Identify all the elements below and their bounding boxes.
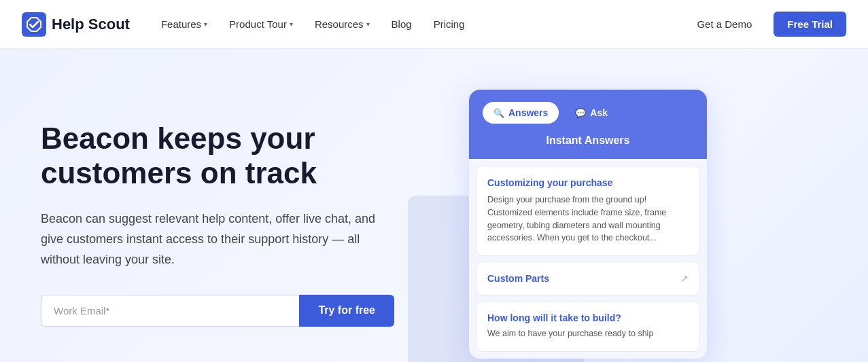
email-input[interactable] [41, 295, 299, 327]
beacon-card-3-title: How long will it take to build? [487, 312, 689, 323]
nav-product-tour[interactable]: Product Tour ▾ [220, 13, 302, 35]
hero-subtitle: Beacon can suggest relevant help content… [41, 209, 394, 270]
beacon-card-2[interactable]: Custom Parts ↗ [476, 261, 700, 295]
nav-links: Features ▾ Product Tour ▾ Resources ▾ Bl… [152, 13, 687, 35]
nav-actions: Get a Demo Free Trial [686, 12, 846, 37]
external-link-icon: ↗ [680, 273, 689, 284]
beacon-tabs: 🔍 Answers 💬 Ask [469, 90, 707, 124]
navbar: Help Scout Features ▾ Product Tour ▾ Res… [0, 0, 868, 49]
beacon-card-1-title: Customizing your purchase [487, 177, 689, 188]
hero-left: Beacon keeps your customers on track Bea… [41, 122, 421, 326]
nav-resources[interactable]: Resources ▾ [305, 13, 379, 35]
try-for-free-button[interactable]: Try for free [299, 295, 394, 327]
beacon-card-3[interactable]: How long will it take to build? We aim t… [476, 301, 700, 352]
resources-chevron-icon: ▾ [366, 20, 370, 28]
beacon-widget: 🔍 Answers 💬 Ask Instant Answers Customiz… [469, 90, 707, 359]
hero-cta-form: Try for free [41, 295, 394, 327]
nav-pricing[interactable]: Pricing [424, 13, 474, 35]
svg-rect-0 [22, 12, 46, 37]
get-demo-button[interactable]: Get a Demo [686, 13, 763, 35]
beacon-header-title: Instant Answers [469, 124, 707, 159]
brand-name: Help Scout [52, 16, 130, 33]
beacon-card-3-text: We aim to have your purchase ready to sh… [487, 327, 689, 340]
logo-icon [22, 12, 46, 37]
beacon-tab-ask[interactable]: 💬 Ask [564, 102, 619, 124]
beacon-header: 🔍 Answers 💬 Ask Instant Answers [469, 90, 707, 159]
features-chevron-icon: ▾ [204, 20, 207, 28]
beacon-card-1[interactable]: Customizing your purchase Design your pu… [476, 166, 700, 256]
beacon-body: Customizing your purchase Design your pu… [469, 159, 707, 359]
hero-right: 🔍 Answers 💬 Ask Instant Answers Customiz… [449, 90, 707, 359]
free-trial-button[interactable]: Free Trial [774, 12, 846, 37]
search-icon: 🔍 [493, 108, 504, 118]
nav-features[interactable]: Features ▾ [152, 13, 217, 35]
beacon-card-2-title: Custom Parts [487, 273, 549, 284]
chat-icon: 💬 [575, 108, 586, 118]
logo-link[interactable]: Help Scout [22, 12, 130, 37]
nav-blog[interactable]: Blog [382, 13, 421, 35]
hero-title: Beacon keeps your customers on track [41, 122, 421, 190]
hero-section: Beacon keeps your customers on track Bea… [0, 49, 868, 362]
beacon-tab-answers[interactable]: 🔍 Answers [483, 102, 559, 124]
beacon-card-1-text: Design your purchase from the ground up!… [487, 194, 689, 245]
product-tour-chevron-icon: ▾ [290, 20, 293, 28]
